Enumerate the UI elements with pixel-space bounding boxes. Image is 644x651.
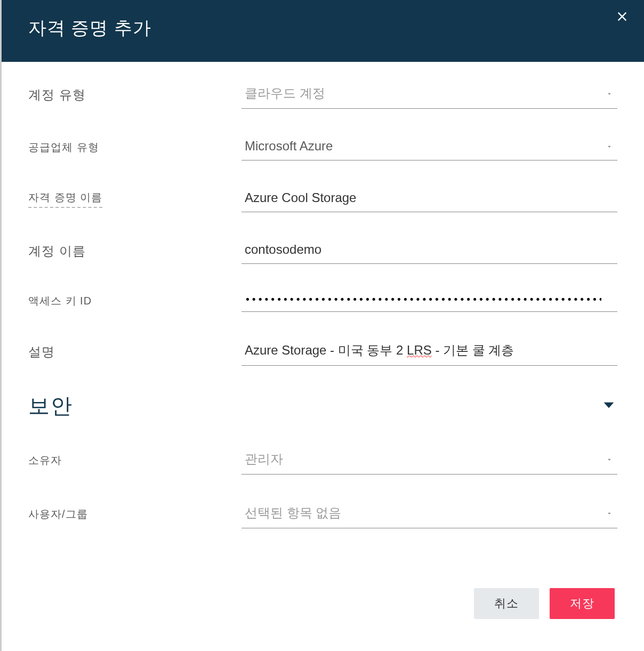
access-key-row: 액세스 키 ID: [28, 290, 617, 312]
access-key-label: 액세스 키 ID: [28, 294, 241, 308]
dialog-title: 자격 증명 추가: [28, 16, 151, 41]
dialog-footer: 취소 저장: [2, 572, 644, 651]
close-icon: [616, 11, 628, 25]
description-row: 설명 Azure Storage - 미국 동부 2 LRS - 기본 쿨 계층: [28, 337, 617, 366]
vendor-type-row: 공급업체 유형 Microsoft Azure: [28, 134, 617, 160]
user-group-row: 사용자/그룹 선택된 항목 없음: [28, 500, 617, 528]
access-key-input[interactable]: [241, 290, 617, 312]
chevron-down-icon: [600, 397, 617, 416]
account-name-input[interactable]: [241, 238, 617, 264]
add-credential-dialog: 자격 증명 추가 계정 유형 클라우드 계정 공급업체 유형 Microsoft…: [0, 0, 644, 651]
user-group-placeholder: 선택된 항목 없음: [241, 500, 617, 528]
close-button[interactable]: [616, 11, 628, 25]
save-button[interactable]: 저장: [550, 588, 615, 619]
vendor-type-value: Microsoft Azure: [241, 134, 617, 160]
credential-name-label: 자격 증명 이름: [28, 190, 102, 208]
owner-field[interactable]: 관리자: [241, 446, 617, 475]
user-group-label: 사용자/그룹: [28, 507, 241, 521]
security-section-title: 보안: [28, 391, 73, 421]
account-type-field[interactable]: 클라우드 계정: [241, 81, 617, 109]
owner-value: 관리자: [241, 446, 617, 475]
dialog-header: 자격 증명 추가: [2, 0, 644, 62]
description-label: 설명: [28, 343, 241, 360]
vendor-type-label: 공급업체 유형: [28, 140, 241, 155]
user-group-field[interactable]: 선택된 항목 없음: [241, 500, 617, 528]
form-body: 계정 유형 클라우드 계정 공급업체 유형 Microsoft Azure 자격…: [2, 62, 644, 572]
description-input[interactable]: Azure Storage - 미국 동부 2 LRS - 기본 쿨 계층: [241, 337, 617, 366]
vendor-type-field[interactable]: Microsoft Azure: [241, 134, 617, 160]
credential-name-input[interactable]: [241, 186, 617, 212]
owner-row: 소유자 관리자: [28, 446, 617, 475]
credential-name-row: 자격 증명 이름: [28, 186, 617, 212]
account-name-row: 계정 이름: [28, 238, 617, 264]
cancel-button[interactable]: 취소: [474, 588, 539, 619]
account-name-label: 계정 이름: [28, 243, 241, 260]
account-type-row: 계정 유형 클라우드 계정: [28, 81, 617, 109]
owner-label: 소유자: [28, 453, 241, 468]
account-type-label: 계정 유형: [28, 86, 241, 103]
account-type-value: 클라우드 계정: [241, 81, 617, 109]
security-section-toggle[interactable]: 보안: [28, 391, 617, 421]
